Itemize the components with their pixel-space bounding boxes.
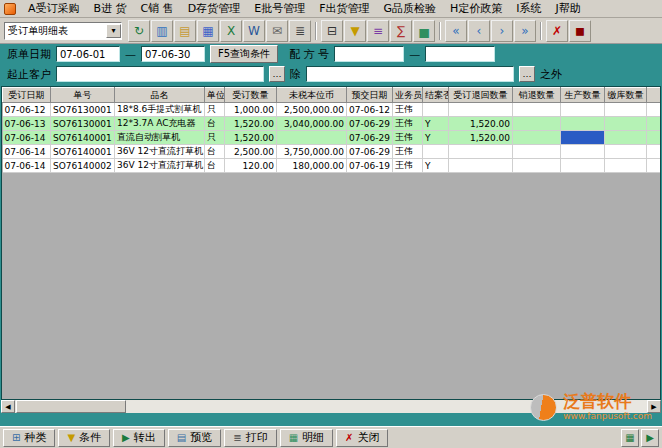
grid-cell[interactable]: 1,520.00 [225, 131, 277, 145]
grid-cell[interactable]: 120.00 [225, 159, 277, 173]
grid-cell[interactable]: SO76130001 [51, 117, 115, 131]
grid-cell[interactable]: 2,500.00 [647, 145, 662, 159]
grid-cell[interactable]: 只 [205, 131, 225, 145]
menu-item[interactable]: I系统 [509, 0, 548, 17]
grid-cell[interactable] [605, 131, 647, 145]
email-button[interactable]: ✉ [266, 20, 288, 42]
formula-to-input[interactable] [425, 46, 495, 62]
grid-cell[interactable] [449, 103, 513, 117]
grid-cell[interactable] [277, 131, 347, 145]
grid-cell[interactable]: 王伟 [393, 103, 423, 117]
grid-cell[interactable] [513, 117, 561, 131]
grid-cell[interactable]: 1,000.00 [647, 103, 662, 117]
menu-item[interactable]: F出货管理 [312, 0, 376, 17]
menu-item[interactable]: C销 售 [134, 0, 181, 17]
condition-button[interactable]: ▼条件 [58, 429, 110, 447]
grid-cell[interactable]: 07-06-19 [347, 159, 393, 173]
print-button[interactable]: ≣打印 [224, 429, 276, 447]
grid-cell[interactable] [561, 145, 605, 159]
grid-column-header[interactable]: 未交量 [647, 88, 662, 103]
grid-cell[interactable]: SO76140001 [51, 131, 115, 145]
menu-item[interactable]: E批号管理 [247, 0, 312, 17]
grid-cell[interactable]: 07-06-12 [347, 103, 393, 117]
menu-item[interactable]: B进 货 [87, 0, 134, 17]
category-button[interactable]: ⊞种类 [3, 429, 55, 447]
nav-forward-icon[interactable]: ▶ [641, 429, 659, 447]
grid-cell[interactable]: 07-06-13 [3, 117, 51, 131]
grid-cell[interactable]: 只 [205, 103, 225, 117]
grid-cell[interactable] [423, 145, 449, 159]
grid-column-header[interactable]: 单位 [205, 88, 225, 103]
grid-cell[interactable] [605, 117, 647, 131]
grid-toggle-icon[interactable]: ▦ [621, 429, 639, 447]
chevron-down-icon[interactable]: ▾ [106, 24, 121, 38]
grid-cell[interactable]: 07-06-14 [3, 145, 51, 159]
menu-item[interactable]: H定价政策 [443, 0, 509, 17]
grid-cell[interactable]: Y [423, 131, 449, 145]
grid-cell-selected[interactable] [561, 131, 605, 145]
grid-cell[interactable]: 王伟 [393, 145, 423, 159]
sort-button[interactable]: ≡ [367, 20, 389, 42]
grid-cell[interactable] [513, 103, 561, 117]
grid-cell[interactable]: 王伟 [393, 131, 423, 145]
filter-button[interactable]: ▼ [344, 20, 366, 42]
grid-cell[interactable]: 2,500,000.00 [277, 103, 347, 117]
scroll-left-icon[interactable]: ◀ [1, 400, 15, 413]
formula-from-input[interactable] [334, 46, 404, 62]
grid-cell[interactable] [561, 117, 605, 131]
grid-cell[interactable] [513, 159, 561, 173]
date-from-input[interactable] [56, 46, 120, 62]
grid-cell[interactable]: 07-06-29 [347, 131, 393, 145]
report-type-select[interactable]: 受订单明细表 ▾ [4, 22, 122, 40]
grid-cell[interactable]: 2,500.00 [225, 145, 277, 159]
grid-column-header[interactable]: 生产数量 [561, 88, 605, 103]
grid-cell[interactable]: 王伟 [393, 117, 423, 131]
menu-item[interactable]: A受订采购 [21, 0, 87, 17]
grid-cell[interactable]: 36V 12寸直流打草机 [115, 145, 205, 159]
grid-column-header[interactable]: 业务员 [393, 88, 423, 103]
grid-cell[interactable]: 王伟 [393, 159, 423, 173]
export-word-button[interactable]: W [243, 20, 265, 42]
grid-column-header[interactable]: 品名 [115, 88, 205, 103]
grid-cell[interactable] [605, 103, 647, 117]
grid-cell[interactable] [449, 145, 513, 159]
grid-cell[interactable]: 直流自动割草机 [115, 131, 205, 145]
grid-cell[interactable] [647, 117, 662, 131]
books-button[interactable]: ▥ [151, 20, 173, 42]
grid-cell[interactable]: 120.00 [647, 159, 662, 173]
grid-cell[interactable] [449, 159, 513, 173]
grid-cell[interactable]: 3,040,000.00 [277, 117, 347, 131]
grid-cell[interactable]: 台 [205, 159, 225, 173]
grid-column-header[interactable]: 结案否 [423, 88, 449, 103]
grid-cell[interactable]: 台 [205, 145, 225, 159]
print-button[interactable]: ≣ [289, 20, 311, 42]
grid-column-header[interactable]: 受订日期 [3, 88, 51, 103]
last-record-button[interactable]: » [514, 20, 536, 42]
grid-cell[interactable]: SO76130001 [51, 103, 115, 117]
grid-column-header[interactable]: 单号 [51, 88, 115, 103]
customer-exclude-input[interactable] [306, 66, 514, 82]
menu-item[interactable]: G品质检验 [377, 0, 444, 17]
grid-cell[interactable] [423, 103, 449, 117]
menu-item[interactable]: D存货管理 [181, 0, 247, 17]
grid-cell[interactable]: 180,000.00 [277, 159, 347, 173]
grid-column-header[interactable]: 受订退回数量 [449, 88, 513, 103]
date-to-input[interactable] [141, 46, 205, 62]
preview-button[interactable]: ▤预览 [168, 429, 221, 447]
grid-cell[interactable] [647, 131, 662, 145]
grid-column-header[interactable]: 未税本位币 [277, 88, 347, 103]
next-record-button[interactable]: › [491, 20, 513, 42]
prev-record-button[interactable]: ‹ [468, 20, 490, 42]
first-record-button[interactable]: « [445, 20, 467, 42]
sum-button[interactable]: ∑ [390, 20, 412, 42]
grid-cell[interactable]: 07-06-29 [347, 145, 393, 159]
grid-cell[interactable] [561, 103, 605, 117]
grid-cell[interactable]: 台 [205, 117, 225, 131]
export-excel-button[interactable]: X [220, 20, 242, 42]
grid-cell[interactable]: 1,000.00 [225, 103, 277, 117]
save-button[interactable]: ▦ [197, 20, 219, 42]
grid-column-header[interactable]: 缴库数量 [605, 88, 647, 103]
grid-cell[interactable]: 1,520.00 [449, 117, 513, 131]
grid-cell[interactable]: 1,520.00 [225, 117, 277, 131]
grid-cell[interactable] [605, 145, 647, 159]
